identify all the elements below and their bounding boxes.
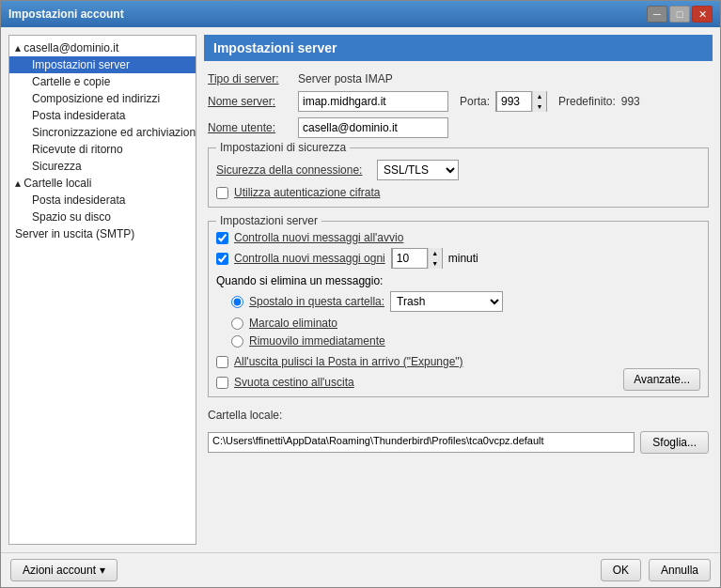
sidebar-item-root-account[interactable]: ▴ casella@dominio.it bbox=[9, 39, 196, 56]
server-settings-group-title: Impostazioni server bbox=[216, 214, 321, 227]
encrypted-auth-row: Utilizza autenticazione cifrata bbox=[216, 184, 700, 201]
security-group: Impostazioni di sicurezza Sicurezza dell… bbox=[208, 147, 709, 208]
main-content: ▴ casella@dominio.itImpostazioni serverC… bbox=[1, 27, 720, 552]
server-type-row: Tipo di server: Server posta IMAP bbox=[208, 72, 709, 85]
local-folder-label: Cartella locale: bbox=[208, 409, 282, 422]
remove-immediately-row: Rimuovilo immediatamente bbox=[231, 334, 700, 348]
check-every-input[interactable] bbox=[392, 248, 428, 269]
sidebar-item-outgoing-smtp[interactable]: Server in uscita (SMTP) bbox=[9, 225, 196, 242]
section-header: Impostazioni server bbox=[204, 35, 713, 61]
check-on-startup-checkbox[interactable] bbox=[216, 232, 228, 244]
empty-trash-row: Svuota cestino all'uscita bbox=[216, 374, 463, 391]
close-button[interactable]: ✕ bbox=[692, 6, 713, 23]
window-title: Impostazioni account bbox=[8, 8, 124, 21]
check-every-label-before: Controlla nuovi messaggi ogni bbox=[234, 252, 385, 265]
check-every-spinner-buttons: ▲ ▼ bbox=[428, 248, 442, 269]
account-actions-button[interactable]: Azioni account ▾ bbox=[10, 559, 118, 581]
empty-trash-checkbox[interactable] bbox=[216, 377, 228, 389]
default-value: 993 bbox=[621, 95, 640, 108]
right-panel: Impostazioni server Tipo di server: Serv… bbox=[204, 35, 713, 545]
connection-security-select[interactable]: SSL/TLS STARTTLS Nessuna bbox=[377, 160, 459, 180]
expunge-row: All'uscita pulisci la Posta in arrivo ("… bbox=[216, 353, 463, 370]
username-row: Nome utente: bbox=[208, 117, 709, 138]
port-label: Porta: bbox=[460, 95, 490, 108]
server-name-input[interactable] bbox=[298, 91, 448, 112]
remove-immediately-label: Rimuovilo immediatamente bbox=[249, 334, 385, 348]
port-down-button[interactable]: ▼ bbox=[533, 101, 546, 112]
sidebar-item-local-junk[interactable]: Posta indesiderata bbox=[9, 192, 196, 209]
server-type-label: Tipo di server: bbox=[208, 72, 292, 85]
check-every-up[interactable]: ▲ bbox=[429, 248, 442, 258]
account-actions-label: Azioni account bbox=[23, 564, 96, 577]
check-every-checkbox[interactable] bbox=[216, 253, 228, 265]
connection-security-label: Sicurezza della connessione: bbox=[216, 163, 371, 177]
check-on-startup-row: Controlla nuovi messaggi all'avvio bbox=[216, 229, 700, 246]
check-on-startup-label: Controlla nuovi messaggi all'avvio bbox=[234, 231, 403, 244]
ok-cancel-group: OK Annulla bbox=[601, 559, 711, 581]
delete-message-label: Quando si elimina un messaggio: bbox=[216, 274, 383, 287]
advanced-button[interactable]: Avanzate... bbox=[623, 368, 700, 391]
sidebar-item-local-folders[interactable]: ▴ Cartelle locali bbox=[9, 175, 196, 192]
sidebar-item-sync-archive[interactable]: Sincronizzazione ed archiviazione bbox=[9, 124, 196, 141]
sidebar-item-disk-space[interactable]: Spazio su disco bbox=[9, 209, 196, 225]
title-bar: Impostazioni account ─ □ ✕ bbox=[1, 1, 720, 27]
form-area: Tipo di server: Server posta IMAP Nome s… bbox=[204, 70, 713, 545]
move-to-folder-row: Spostalo in questa cartella: Trash Cesti… bbox=[231, 291, 700, 312]
ok-button[interactable]: OK bbox=[601, 559, 641, 581]
check-every-row: Controlla nuovi messaggi ogni ▲ ▼ minuti bbox=[216, 246, 700, 271]
move-to-folder-label: Spostalo in questa cartella: bbox=[249, 295, 384, 308]
empty-trash-label: Svuota cestino all'uscita bbox=[234, 376, 354, 389]
minimize-button[interactable]: ─ bbox=[647, 6, 667, 23]
server-settings-group: Impostazioni server Controlla nuovi mess… bbox=[208, 221, 709, 397]
sidebar-item-security[interactable]: Sicurezza bbox=[9, 158, 196, 175]
check-every-down[interactable]: ▼ bbox=[429, 258, 442, 269]
encrypted-auth-checkbox[interactable] bbox=[216, 187, 228, 199]
move-to-folder-radio[interactable] bbox=[231, 296, 243, 308]
username-input[interactable] bbox=[298, 117, 448, 138]
main-window: Impostazioni account ─ □ ✕ ▴ casella@dom… bbox=[0, 0, 721, 588]
sidebar-item-compose-addresses[interactable]: Composizione ed indirizzi bbox=[9, 90, 196, 107]
title-bar-controls: ─ □ ✕ bbox=[647, 6, 713, 23]
local-folder-section: Cartella locale: bbox=[208, 409, 709, 422]
port-up-button[interactable]: ▲ bbox=[533, 91, 546, 101]
security-group-title: Impostazioni di sicurezza bbox=[216, 141, 350, 154]
remove-immediately-radio[interactable] bbox=[231, 335, 243, 348]
port-spinner-buttons: ▲ ▼ bbox=[532, 91, 546, 112]
expunge-label: All'uscita pulisci la Posta in arrivo ("… bbox=[234, 355, 463, 368]
mark-deleted-label: Marcalo eliminato bbox=[249, 317, 337, 330]
sidebar-item-server-settings[interactable]: Impostazioni server bbox=[9, 56, 196, 73]
sidebar: ▴ casella@dominio.itImpostazioni serverC… bbox=[8, 35, 196, 545]
delete-message-label-row: Quando si elimina un messaggio: bbox=[216, 274, 700, 287]
username-label: Nome utente: bbox=[208, 121, 292, 134]
sidebar-item-junk[interactable]: Posta indesiderata bbox=[9, 107, 196, 124]
check-every-label-after: minuti bbox=[448, 252, 478, 265]
mark-deleted-row: Marcalo eliminato bbox=[231, 317, 700, 330]
account-actions-arrow: ▾ bbox=[100, 564, 105, 577]
local-folder-path: C:\Users\ffinetti\AppData\Roaming\Thunde… bbox=[208, 432, 635, 453]
server-name-label: Nome server: bbox=[208, 95, 292, 108]
server-type-value: Server posta IMAP bbox=[298, 72, 393, 85]
maximize-button[interactable]: □ bbox=[669, 6, 690, 23]
port-input[interactable] bbox=[496, 91, 532, 112]
mark-deleted-radio[interactable] bbox=[231, 317, 243, 330]
encrypted-auth-label: Utilizza autenticazione cifrata bbox=[234, 186, 380, 199]
sidebar-item-return-receipt[interactable]: Ricevute di ritorno bbox=[9, 141, 196, 158]
connection-security-row: Sicurezza della connessione: SSL/TLS STA… bbox=[216, 160, 700, 180]
check-every-spinner: ▲ ▼ bbox=[391, 248, 443, 269]
port-spinner: ▲ ▼ bbox=[495, 91, 547, 112]
cancel-button[interactable]: Annulla bbox=[649, 559, 711, 581]
bottom-bar: Azioni account ▾ OK Annulla bbox=[1, 552, 720, 587]
trash-folder-select[interactable]: Trash Cestino Deleted Items bbox=[390, 291, 503, 312]
browse-button[interactable]: Sfoglia... bbox=[640, 431, 709, 454]
expunge-checkbox[interactable] bbox=[216, 356, 228, 368]
sidebar-item-folders-copies[interactable]: Cartelle e copie bbox=[9, 73, 196, 90]
delete-options: Spostalo in questa cartella: Trash Cesti… bbox=[216, 287, 700, 351]
default-label: Predefinito: bbox=[558, 95, 616, 108]
server-name-row: Nome server: Porta: ▲ ▼ Predefinito: 993 bbox=[208, 91, 709, 112]
local-folder-row: C:\Users\ffinetti\AppData\Roaming\Thunde… bbox=[208, 431, 709, 454]
